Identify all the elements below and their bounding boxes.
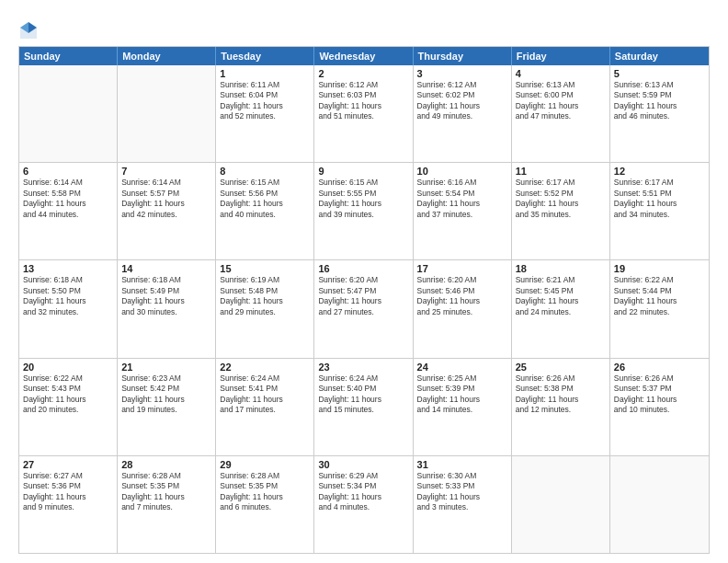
day-number: 14 xyxy=(121,263,211,274)
cell-info-line: Daylight: 11 hours xyxy=(220,492,310,502)
cell-info-line: and 42 minutes. xyxy=(121,210,211,220)
calendar-cell-3-1: 13Sunrise: 6:18 AMSunset: 5:50 PMDayligh… xyxy=(19,260,118,357)
calendar-cell-1-7: 5Sunrise: 6:13 AMSunset: 5:59 PMDaylight… xyxy=(610,65,709,162)
day-number: 13 xyxy=(23,263,113,274)
cell-info-line: Daylight: 11 hours xyxy=(417,296,507,306)
day-number: 18 xyxy=(516,263,606,274)
header-day-thursday: Thursday xyxy=(414,47,512,65)
cell-info-line: Daylight: 11 hours xyxy=(121,199,211,209)
calendar-cell-2-6: 11Sunrise: 6:17 AMSunset: 5:52 PMDayligh… xyxy=(512,163,610,259)
calendar-cell-2-7: 12Sunrise: 6:17 AMSunset: 5:51 PMDayligh… xyxy=(610,163,709,259)
cell-info-line: Sunrise: 6:24 AM xyxy=(318,373,408,384)
cell-info-line: Sunrise: 6:16 AM xyxy=(417,178,507,188)
cell-info-line: Sunset: 5:52 PM xyxy=(516,189,606,199)
cell-info-line: Sunset: 5:51 PM xyxy=(614,189,705,199)
calendar-cell-1-5: 3Sunrise: 6:12 AMSunset: 6:02 PMDaylight… xyxy=(414,65,512,162)
cell-info-line: Daylight: 11 hours xyxy=(516,199,606,209)
cell-info-line: Daylight: 11 hours xyxy=(220,199,310,209)
cell-info-line: Sunrise: 6:28 AM xyxy=(121,471,211,481)
cell-info-line: Sunrise: 6:17 AM xyxy=(516,178,606,188)
cell-info-line: and 6 minutes. xyxy=(220,502,310,512)
day-number: 3 xyxy=(417,68,507,79)
calendar-row-3: 13Sunrise: 6:18 AMSunset: 5:50 PMDayligh… xyxy=(19,259,709,357)
cell-info-line: and 34 minutes. xyxy=(614,210,705,220)
cell-info-line: Daylight: 11 hours xyxy=(23,296,113,306)
cell-info-line: Sunset: 5:37 PM xyxy=(614,384,705,394)
cell-info-line: Daylight: 11 hours xyxy=(614,101,705,111)
day-number: 10 xyxy=(417,166,507,177)
cell-info-line: Daylight: 11 hours xyxy=(318,296,408,306)
cell-info-line: Sunset: 5:35 PM xyxy=(121,481,211,491)
cell-info-line: Sunset: 5:49 PM xyxy=(121,286,211,296)
day-number: 5 xyxy=(614,68,705,79)
cell-info-line: Daylight: 11 hours xyxy=(121,395,211,405)
cell-info-line: Daylight: 11 hours xyxy=(417,492,507,502)
cell-info-line: Sunrise: 6:28 AM xyxy=(220,471,310,481)
cell-info-line: Daylight: 11 hours xyxy=(23,492,113,502)
calendar-cell-5-7 xyxy=(610,456,709,553)
cell-info-line: Sunset: 5:33 PM xyxy=(417,481,507,491)
cell-info-line: Daylight: 11 hours xyxy=(516,101,606,111)
logo xyxy=(18,20,42,40)
cell-info-line: and 9 minutes. xyxy=(23,502,113,512)
cell-info-line: Daylight: 11 hours xyxy=(23,395,113,405)
cell-info-line: Sunrise: 6:21 AM xyxy=(516,275,606,285)
cell-info-line: and 15 minutes. xyxy=(318,405,408,415)
calendar-body: 1Sunrise: 6:11 AMSunset: 6:04 PMDaylight… xyxy=(19,65,709,553)
calendar-cell-1-3: 1Sunrise: 6:11 AMSunset: 6:04 PMDaylight… xyxy=(216,65,314,162)
cell-info-line: and 24 minutes. xyxy=(516,307,606,317)
cell-info-line: and 49 minutes. xyxy=(417,111,507,121)
cell-info-line: Sunrise: 6:15 AM xyxy=(220,178,310,188)
cell-info-line: Sunset: 6:00 PM xyxy=(516,90,606,100)
cell-info-line: Sunset: 5:34 PM xyxy=(318,481,408,491)
cell-info-line: and 3 minutes. xyxy=(417,502,507,512)
calendar-cell-5-6 xyxy=(512,456,610,553)
day-number: 12 xyxy=(614,166,705,177)
calendar-cell-5-1: 27Sunrise: 6:27 AMSunset: 5:36 PMDayligh… xyxy=(19,456,118,553)
day-number: 8 xyxy=(220,166,310,177)
cell-info-line: Daylight: 11 hours xyxy=(614,199,705,209)
calendar-cell-1-6: 4Sunrise: 6:13 AMSunset: 6:00 PMDaylight… xyxy=(512,65,610,162)
cell-info-line: Daylight: 11 hours xyxy=(121,296,211,306)
header-day-tuesday: Tuesday xyxy=(216,47,314,65)
header-day-saturday: Saturday xyxy=(610,47,709,65)
calendar-cell-4-5: 24Sunrise: 6:25 AMSunset: 5:39 PMDayligh… xyxy=(414,359,512,455)
cell-info-line: Sunset: 6:03 PM xyxy=(318,90,408,100)
calendar-cell-2-5: 10Sunrise: 6:16 AMSunset: 5:54 PMDayligh… xyxy=(414,163,512,259)
cell-info-line: Sunset: 5:55 PM xyxy=(318,189,408,199)
day-number: 16 xyxy=(318,263,408,274)
cell-info-line: Sunrise: 6:29 AM xyxy=(318,471,408,481)
calendar-cell-3-5: 17Sunrise: 6:20 AMSunset: 5:46 PMDayligh… xyxy=(414,260,512,357)
day-number: 27 xyxy=(23,459,113,470)
cell-info-line: Sunset: 5:42 PM xyxy=(121,384,211,394)
calendar-cell-1-1 xyxy=(19,65,118,162)
day-number: 19 xyxy=(614,263,705,274)
cell-info-line: Sunrise: 6:14 AM xyxy=(23,178,113,188)
calendar-row-4: 20Sunrise: 6:22 AMSunset: 5:43 PMDayligh… xyxy=(19,358,709,455)
calendar-row-1: 1Sunrise: 6:11 AMSunset: 6:04 PMDaylight… xyxy=(19,65,709,162)
header-day-friday: Friday xyxy=(512,47,610,65)
cell-info-line: and 30 minutes. xyxy=(121,307,211,317)
day-number: 4 xyxy=(516,68,606,79)
cell-info-line: Sunset: 5:43 PM xyxy=(23,384,113,394)
day-number: 31 xyxy=(417,459,507,470)
calendar-cell-3-4: 16Sunrise: 6:20 AMSunset: 5:47 PMDayligh… xyxy=(314,260,413,357)
cell-info-line: Sunrise: 6:22 AM xyxy=(614,275,705,285)
calendar-cell-4-7: 26Sunrise: 6:26 AMSunset: 5:37 PMDayligh… xyxy=(610,359,709,455)
cell-info-line: and 52 minutes. xyxy=(220,111,310,121)
cell-info-line: Sunset: 6:02 PM xyxy=(417,90,507,100)
day-number: 29 xyxy=(220,459,310,470)
cell-info-line: Sunset: 5:47 PM xyxy=(318,286,408,296)
day-number: 7 xyxy=(121,166,211,177)
header-day-monday: Monday xyxy=(118,47,216,65)
cell-info-line: Sunset: 5:46 PM xyxy=(417,286,507,296)
page: SundayMondayTuesdayWednesdayThursdayFrid… xyxy=(0,0,728,563)
cell-info-line: Sunrise: 6:20 AM xyxy=(318,275,408,285)
cell-info-line: Sunrise: 6:20 AM xyxy=(417,275,507,285)
cell-info-line: Sunset: 5:48 PM xyxy=(220,286,310,296)
day-number: 26 xyxy=(614,362,705,373)
cell-info-line: Sunset: 5:38 PM xyxy=(516,384,606,394)
day-number: 6 xyxy=(23,166,113,177)
cell-info-line: Sunrise: 6:22 AM xyxy=(23,373,113,384)
cell-info-line: Sunset: 5:39 PM xyxy=(417,384,507,394)
